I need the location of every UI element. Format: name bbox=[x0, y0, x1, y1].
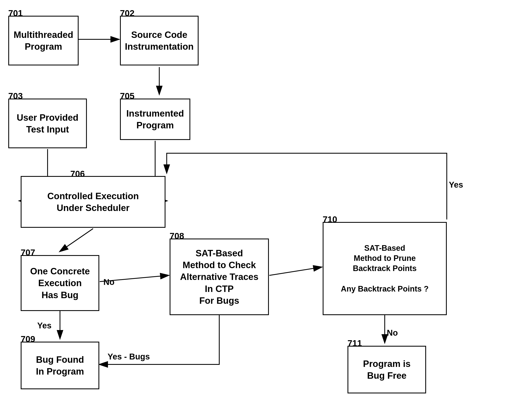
box-702-text: Source CodeInstrumentation bbox=[125, 29, 194, 52]
box-701: MultithreadedProgram bbox=[8, 16, 79, 65]
box-702: Source CodeInstrumentation bbox=[120, 16, 199, 65]
box-709-text: Bug FoundIn Program bbox=[36, 354, 84, 377]
box-707: One ConcreteExecutionHas Bug bbox=[21, 255, 99, 311]
box-709: Bug FoundIn Program bbox=[21, 342, 99, 389]
arrow-label-no-710-711: No bbox=[387, 328, 398, 338]
arrow-label-yes-707-709: Yes bbox=[37, 321, 52, 330]
box-708-text: SAT-BasedMethod to CheckAlternative Trac… bbox=[180, 247, 258, 306]
box-705: InstrumentedProgram bbox=[120, 99, 190, 140]
arrow-708-710 bbox=[269, 267, 322, 275]
box-701-text: MultithreadedProgram bbox=[14, 29, 73, 52]
flowchart-diagram: 701 MultithreadedProgram 702 Source Code… bbox=[0, 0, 532, 405]
arrow-label-no-707-708: No bbox=[103, 277, 114, 287]
box-711: Program isBug Free bbox=[348, 346, 426, 393]
box-703-text: User ProvidedTest Input bbox=[17, 112, 79, 135]
box-706: Controlled ExecutionUnder Scheduler bbox=[21, 176, 165, 228]
arrow-710-706 bbox=[167, 153, 447, 219]
arrow-706-707 bbox=[60, 229, 93, 251]
box-711-text: Program isBug Free bbox=[363, 358, 411, 381]
box-706-text: Controlled ExecutionUnder Scheduler bbox=[47, 190, 139, 214]
box-703: User ProvidedTest Input bbox=[8, 99, 87, 148]
box-705-text: InstrumentedProgram bbox=[126, 108, 184, 131]
box-710-text: SAT-BasedMethod to PruneBacktrack Points… bbox=[341, 243, 429, 294]
box-710: SAT-BasedMethod to PruneBacktrack Points… bbox=[323, 222, 447, 315]
box-708: SAT-BasedMethod to CheckAlternative Trac… bbox=[170, 238, 269, 315]
box-707-text: One ConcreteExecutionHas Bug bbox=[30, 265, 90, 301]
arrow-label-yes-710-706: Yes bbox=[449, 180, 463, 189]
arrow-label-yes-bugs: Yes - Bugs bbox=[108, 352, 150, 361]
